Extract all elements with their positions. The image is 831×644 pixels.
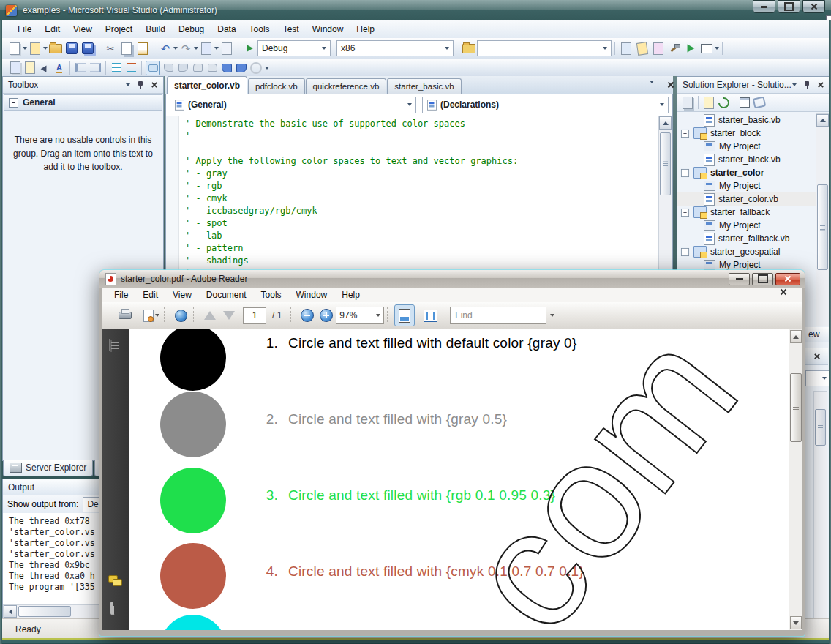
undo-button[interactable]: ↶ [158,41,173,56]
scrollbar-thumb[interactable] [790,373,802,442]
tree-item[interactable]: starter_fallback.vb [677,232,816,245]
pin-icon[interactable] [803,80,811,89]
collapse-icon[interactable] [681,129,689,137]
tab-pdfclock-vb[interactable]: pdfclock.vb [248,78,305,94]
attachments-panel-icon[interactable] [110,603,113,613]
solution-explorer-header[interactable]: Solution Explorer - Solutio... [677,77,830,94]
chevron-down-icon[interactable] [23,47,27,50]
scrollbar-thumb[interactable] [18,606,71,617]
sliver-vscrollbar[interactable] [813,391,827,621]
chevron-down-icon[interactable] [194,47,198,50]
clear-bookmarks-button[interactable] [249,61,263,75]
window-position-icon[interactable] [126,83,130,86]
start-debug-button[interactable] [242,41,257,56]
tree-item[interactable]: starter_color [677,166,816,179]
chevron-down-icon[interactable] [173,47,178,50]
vs-menu-file[interactable]: File [11,21,38,37]
vs-menu-window[interactable]: Window [306,21,350,37]
window-position-icon[interactable] [792,83,797,86]
scroll-up-button[interactable] [816,114,829,127]
tab-server-explorer[interactable]: Server Explorer [3,460,93,476]
vs-titlebar[interactable]: examples - Microsoft Visual Studio (Admi… [0,0,831,20]
close-toolbar-icon[interactable] [780,288,794,302]
reader-maximize-button[interactable] [752,273,773,285]
tree-item[interactable]: starter_basic.vb [677,113,816,127]
uncomment-lines-button[interactable] [124,61,138,75]
class-view-partial-tab[interactable]: ew [802,327,831,342]
vs-menu-help[interactable]: Help [350,21,381,37]
find-in-files-button[interactable] [619,41,633,56]
reader-menu-view[interactable]: View [165,288,199,302]
reader-minimize-button[interactable] [729,273,750,285]
vs-minimize-button[interactable] [753,0,775,13]
find-combo[interactable] [477,40,612,56]
pages-panel-icon[interactable] [109,340,110,350]
scrolling-mode-button[interactable] [394,304,415,326]
solution-config-combo[interactable]: Debug [257,40,331,56]
scroll-down-button[interactable] [790,616,802,629]
show-all-files-button[interactable] [702,96,715,109]
next-page-button[interactable] [219,305,238,326]
page-number-input[interactable] [243,307,266,324]
vs-menu-debug[interactable]: Debug [172,21,211,37]
upload-web-button[interactable] [171,305,190,326]
reader-menu-tools[interactable]: Tools [254,288,289,302]
close-icon[interactable] [813,353,820,360]
tree-item[interactable]: starter_geospatial [677,245,816,258]
tree-item[interactable]: My Project [677,140,816,153]
cut-button[interactable]: ✂ [103,41,118,56]
scroll-up-button[interactable] [790,330,802,343]
display-word-completion-button[interactable]: A [53,61,66,75]
properties-window-button[interactable] [635,41,650,56]
vs-close-button[interactable] [802,0,825,13]
vs-menu-data[interactable]: Data [211,21,242,37]
object-browser-button[interactable] [651,41,666,56]
scroll-up-button[interactable] [659,116,672,130]
reader-menu-file[interactable]: File [107,288,135,302]
chevron-down-icon[interactable] [715,47,719,50]
display-object-member-list-button[interactable] [9,61,22,75]
close-icon[interactable] [818,82,824,89]
vs-menu-view[interactable]: View [67,21,99,37]
comment-lines-button[interactable] [110,61,123,75]
collapse-icon[interactable] [681,168,689,176]
reader-vscrollbar[interactable] [789,329,802,630]
chevron-down-icon[interactable] [265,67,269,70]
refresh-button[interactable] [717,96,730,109]
tree-item[interactable]: My Project [677,179,816,192]
view-class-diagram-button[interactable] [753,96,766,109]
print-button[interactable] [116,305,135,326]
find-options-dropdown[interactable] [546,305,558,326]
vs-maximize-button[interactable] [778,0,800,13]
document-list-dropdown-icon[interactable] [650,80,654,94]
decrease-indent-button[interactable] [74,61,87,75]
reader-menu-document[interactable]: Document [199,288,254,302]
fit-width-button[interactable] [421,305,440,326]
reader-menu-window[interactable]: Window [289,288,335,302]
properties-button[interactable] [681,96,694,109]
chevron-down-icon[interactable] [214,47,219,50]
collapse-icon[interactable] [9,98,18,108]
scrollbar-thumb[interactable] [815,409,826,446]
previous-bookmark-button[interactable] [162,61,175,75]
zoom-out-button[interactable] [298,305,317,326]
toolbox-group-general[interactable]: General [4,94,162,111]
reader-close-button[interactable] [775,273,800,285]
navigate-forward-button[interactable] [219,41,234,56]
next-bookmark-in-document-button[interactable] [235,61,248,75]
vs-menu-project[interactable]: Project [99,21,139,37]
tree-item[interactable]: starter_block [677,127,816,140]
properties-combo-sliver[interactable] [805,370,830,386]
toolbox-button[interactable] [667,41,682,56]
tab-starter-color-vb[interactable]: starter_color.vb [167,76,247,94]
tree-vscrollbar[interactable] [816,113,830,326]
tree-item[interactable]: My Project [677,219,816,232]
collapse-icon[interactable] [681,208,689,216]
toggle-bookmark-button[interactable] [146,61,160,75]
scroll-left-button[interactable] [4,605,17,618]
zoom-in-button[interactable] [317,305,336,326]
platform-combo[interactable]: x86 [336,40,454,56]
save-all-button[interactable] [80,41,95,56]
view-code-button[interactable] [738,96,751,109]
reader-menu-edit[interactable]: Edit [135,288,165,302]
